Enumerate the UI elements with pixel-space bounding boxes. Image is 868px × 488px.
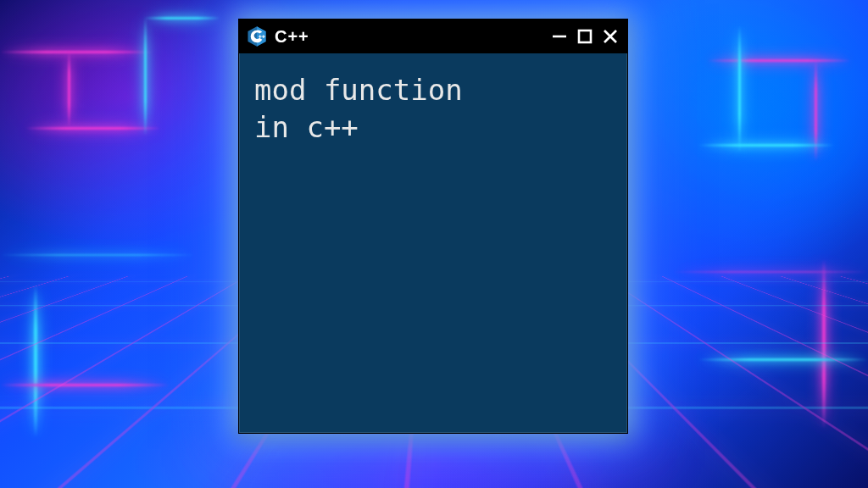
- terminal-content: mod function in c++: [239, 53, 627, 164]
- window-title: C++: [275, 27, 544, 47]
- close-button[interactable]: [602, 28, 619, 45]
- terminal-window: C++ mod function in c++: [238, 19, 628, 434]
- svg-rect-7: [579, 30, 591, 42]
- minimize-button[interactable]: [551, 28, 568, 45]
- svg-rect-3: [259, 36, 262, 37]
- svg-rect-5: [262, 36, 265, 37]
- maximize-button[interactable]: [576, 28, 593, 45]
- cpp-logo-icon: [246, 25, 268, 47]
- window-controls: [551, 28, 619, 45]
- titlebar[interactable]: C++: [239, 19, 627, 53]
